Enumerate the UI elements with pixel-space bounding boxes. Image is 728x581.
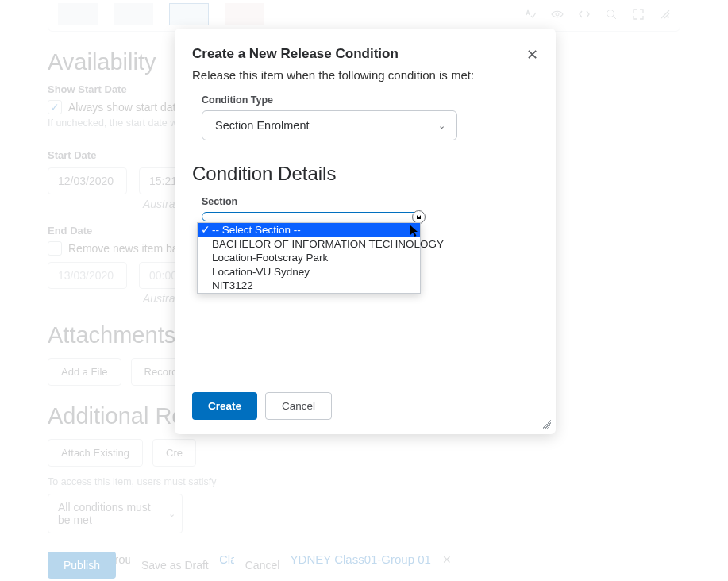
create-condition-button[interactable]: Cre bbox=[152, 439, 196, 467]
section-option-label: -- Select Section -- bbox=[212, 224, 301, 236]
cancel-page-button[interactable]: Cancel bbox=[234, 552, 291, 579]
section-option-placeholder[interactable]: ✓ -- Select Section -- bbox=[198, 223, 420, 237]
preview-icon[interactable] bbox=[551, 8, 564, 21]
fullscreen-icon[interactable] bbox=[632, 8, 645, 21]
save-draft-button[interactable]: Save as Draft bbox=[130, 552, 220, 579]
chevron-down-icon: ⌄ bbox=[438, 121, 445, 131]
thumbnail-1[interactable] bbox=[58, 3, 98, 25]
close-icon[interactable]: ✕ bbox=[526, 46, 538, 63]
conditions-dropdown[interactable]: All conditions must be met ⌄ bbox=[48, 494, 183, 533]
editor-top-strip bbox=[48, 0, 680, 32]
section-option-label: BACHELOR OF INFORMATION TECHNOLOGY bbox=[212, 238, 444, 250]
condition-type-select[interactable]: Section Enrolment ⌄ bbox=[202, 110, 457, 140]
chevron-down-icon: ⌄ bbox=[168, 509, 175, 519]
publish-button[interactable]: Publish bbox=[48, 552, 116, 579]
section-option-vusydney[interactable]: Location-VU Sydney bbox=[198, 265, 420, 279]
conditions-dropdown-value: All conditions must be met bbox=[58, 501, 151, 526]
section-option-label: NIT3122 bbox=[212, 279, 253, 291]
svg-point-1 bbox=[607, 10, 614, 17]
always-show-label: Always show start date bbox=[68, 101, 182, 114]
access-hint: To access this item, users must satisfy bbox=[48, 476, 680, 487]
page-footer-buttons: Publish Save as Draft Cancel bbox=[48, 552, 291, 579]
condition-type-label: Condition Type bbox=[202, 94, 538, 106]
search-icon[interactable] bbox=[605, 8, 618, 21]
end-date-input[interactable]: 13/03/2020 bbox=[48, 262, 127, 289]
release-condition-modal: Create a New Release Condition ✕ Release… bbox=[175, 29, 556, 434]
remove-group-icon[interactable]: ✕ bbox=[442, 553, 452, 566]
section-option-nit3122[interactable]: NIT3122 bbox=[198, 279, 420, 293]
section-option-label: Location-VU Sydney bbox=[212, 266, 310, 278]
cancel-button[interactable]: Cancel bbox=[265, 392, 332, 420]
add-file-button[interactable]: Add a File bbox=[48, 358, 121, 386]
svg-point-0 bbox=[556, 13, 559, 16]
section-option-footscray[interactable]: Location-Footscray Park bbox=[198, 251, 420, 265]
attach-existing-button[interactable]: Attach Existing bbox=[48, 439, 143, 467]
remove-checkbox[interactable] bbox=[48, 241, 62, 256]
svg-line-2 bbox=[614, 17, 617, 20]
section-option-bachelor-it[interactable]: BACHELOR OF INFORMATION TECHNOLOGY bbox=[198, 237, 420, 252]
condition-details-heading: Condition Details bbox=[192, 163, 538, 185]
start-date-input[interactable]: 12/03/2020 bbox=[48, 167, 127, 194]
modal-description: Release this item when the following con… bbox=[192, 68, 538, 82]
source-code-icon[interactable] bbox=[578, 8, 591, 21]
condition-type-value: Section Enrolment bbox=[215, 119, 309, 132]
section-label: Section bbox=[202, 196, 538, 207]
section-option-label: Location-Footscray Park bbox=[212, 252, 328, 264]
section-select[interactable] bbox=[202, 212, 424, 221]
create-button[interactable]: Create bbox=[192, 392, 257, 420]
spellcheck-icon[interactable] bbox=[524, 8, 537, 21]
editor-icon-row bbox=[524, 8, 672, 21]
thumbnail-3-selected[interactable] bbox=[169, 3, 209, 25]
checkmark-icon: ✓ bbox=[201, 224, 210, 237]
resize-grip-icon[interactable] bbox=[541, 420, 551, 429]
modal-footer: Create Cancel bbox=[192, 392, 332, 420]
section-options-popup: ✓ -- Select Section -- BACHELOR OF INFOR… bbox=[197, 222, 421, 294]
resize-handle-icon[interactable] bbox=[659, 8, 672, 21]
always-show-checkbox[interactable]: ✓ bbox=[48, 100, 62, 114]
thumbnail-4[interactable] bbox=[225, 3, 264, 25]
modal-title: Create a New Release Condition bbox=[192, 46, 538, 62]
thumbnail-2[interactable] bbox=[114, 3, 153, 25]
